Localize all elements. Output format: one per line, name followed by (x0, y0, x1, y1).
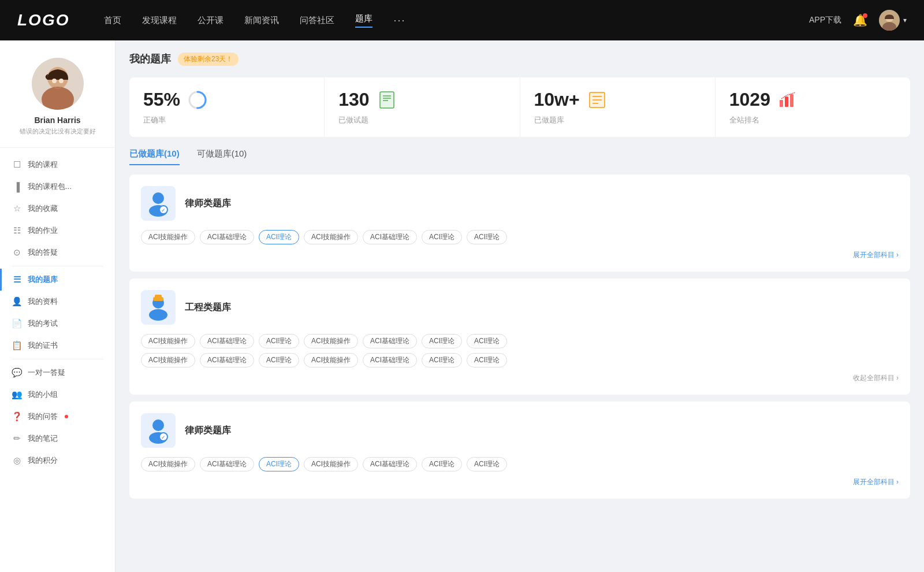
cert-icon: 📋 (12, 340, 22, 351)
tag-2-1[interactable]: ACI基础理论 (200, 457, 254, 471)
tag-1-r2-5[interactable]: ACI理论 (422, 353, 462, 367)
svg-text:✓: ✓ (161, 434, 166, 440)
tag-1-3[interactable]: ACI技能操作 (304, 334, 358, 348)
sidebar-item-notes[interactable]: ✏ 我的笔记 (0, 428, 115, 450)
tag-1-5[interactable]: ACI理论 (422, 334, 462, 348)
qbank-tags-1-row2: ACI技能操作 ACI基础理论 ACI理论 ACI技能操作 ACI基础理论 AC… (141, 353, 899, 367)
main-layout: Brian Harris 错误的决定比没有决定要好 ☐ 我的课程 ▐ 我的课程包… (0, 40, 924, 572)
tag-1-0[interactable]: ACI技能操作 (141, 334, 195, 348)
tag-2-0[interactable]: ACI技能操作 (141, 457, 195, 471)
qbank-card-0: ✓ 律师类题库 ACI技能操作 ACI基础理论 ACI理论 ACI技能操作 AC… (129, 174, 910, 272)
tag-0-5[interactable]: ACI理论 (422, 230, 462, 244)
sidebar-item-course-packages[interactable]: ▐ 我的课程包... (0, 176, 115, 198)
nav-opencourse[interactable]: 公开课 (198, 15, 223, 26)
nav-qa[interactable]: 问答社区 (300, 15, 334, 26)
qbank-header-0: ✓ 律师类题库 (141, 186, 899, 221)
tag-1-1[interactable]: ACI基础理论 (200, 334, 254, 348)
question-icon: ⊙ (12, 247, 22, 258)
nav-bank[interactable]: 题库 (355, 13, 372, 28)
logo[interactable]: LOGO (17, 11, 69, 29)
course-packages-icon: ▐ (12, 182, 22, 192)
tag-0-0[interactable]: ACI技能操作 (141, 230, 195, 244)
svg-rect-20 (790, 94, 793, 107)
stat-top-done-banks: 10w+ (534, 89, 701, 110)
page-title: 我的题库 (129, 52, 171, 66)
tag-1-2[interactable]: ACI理论 (259, 334, 299, 348)
sidebar-item-qbank[interactable]: ☰ 我的题库 (0, 269, 115, 291)
svg-point-27 (149, 309, 167, 321)
main-content: 我的题库 体验剩余23天！ 55% 正确率 (116, 40, 924, 572)
tag-1-6[interactable]: ACI理论 (467, 334, 507, 348)
notification-bell[interactable]: 🔔 (853, 13, 867, 27)
accuracy-value: 55% (143, 89, 180, 110)
tag-2-4[interactable]: ACI基础理论 (363, 457, 417, 471)
nav-home[interactable]: 首页 (104, 15, 121, 26)
stats-row: 55% 正确率 130 (129, 77, 910, 137)
tag-1-r2-0[interactable]: ACI技能操作 (141, 353, 195, 367)
sidebar-item-myqa[interactable]: ❓ 我的问答 (0, 406, 115, 428)
sidebar-item-exam[interactable]: 📄 我的考试 (0, 313, 115, 335)
accuracy-icon (187, 90, 208, 110)
chart-icon (777, 90, 798, 110)
tag-0-6[interactable]: ACI理论 (467, 230, 507, 244)
expand-link-2[interactable]: 展开全部科目 › (853, 477, 899, 487)
nav-discover[interactable]: 发现课程 (142, 15, 177, 26)
collapse-link-1[interactable]: 收起全部科目 › (853, 373, 899, 383)
nav-more[interactable]: ··· (393, 14, 405, 27)
sidebar-item-points[interactable]: ◎ 我的积分 (0, 450, 115, 471)
nav-news[interactable]: 新闻资讯 (244, 15, 279, 26)
tag-2-5[interactable]: ACI理论 (422, 457, 462, 471)
tag-1-4[interactable]: ACI基础理论 (363, 334, 417, 348)
sidebar-divider-1 (12, 266, 103, 266)
done-questions-label: 已做试题 (338, 115, 505, 125)
tab-available-banks[interactable]: 可做题库(10) (197, 148, 247, 165)
sidebar-item-courses[interactable]: ☐ 我的课程 (0, 154, 115, 176)
qbank-header-1: 工程类题库 (141, 290, 899, 325)
tag-1-r2-6[interactable]: ACI理论 (467, 353, 507, 367)
profile-image (32, 58, 84, 110)
tag-2-2[interactable]: ACI理论 (259, 457, 299, 471)
tag-0-4[interactable]: ACI基础理论 (363, 230, 417, 244)
sheet-icon (377, 90, 397, 110)
tag-1-r2-3[interactable]: ACI技能操作 (304, 353, 358, 367)
sidebar-item-group[interactable]: 👥 我的小组 (0, 384, 115, 406)
star-icon: ☆ (12, 203, 22, 214)
sidebar-item-favorites[interactable]: ☆ 我的收藏 (0, 198, 115, 220)
stat-done-banks: 10w+ 已做题库 (520, 77, 716, 137)
tag-1-r2-4[interactable]: ACI基础理论 (363, 353, 417, 367)
expand-link-0[interactable]: 展开全部科目 › (853, 250, 899, 260)
sidebar-item-cert[interactable]: 📋 我的证书 (0, 335, 115, 356)
tag-2-6[interactable]: ACI理论 (467, 457, 507, 471)
stat-accuracy: 55% 正确率 (129, 77, 325, 137)
qbank-title-0: 律师类题库 (185, 198, 231, 210)
avatar-image (879, 10, 900, 31)
done-banks-value: 10w+ (534, 89, 580, 110)
nav-menu: 首页 发现课程 公开课 新闻资讯 问答社区 题库 ··· (104, 13, 809, 28)
stat-ranking: 1029 全站排名 (716, 77, 910, 137)
tag-2-3[interactable]: ACI技能操作 (304, 457, 358, 471)
tag-0-1[interactable]: ACI基础理论 (200, 230, 254, 244)
notes-icon: ✏ (12, 433, 22, 444)
tab-done-banks[interactable]: 已做题库(10) (129, 148, 180, 165)
stat-top-accuracy: 55% (143, 89, 310, 110)
tag-0-2[interactable]: ACI理论 (259, 230, 299, 244)
tag-1-r2-2[interactable]: ACI理论 (259, 353, 299, 367)
tag-1-r2-1[interactable]: ACI基础理论 (200, 353, 254, 367)
user-avatar-menu[interactable]: ▾ (879, 10, 907, 31)
qbank-title-1: 工程类题库 (185, 302, 231, 314)
tab-bar: 已做题库(10) 可做题库(10) (129, 148, 910, 165)
qbank-title-2: 律师类题库 (185, 425, 231, 437)
sidebar-item-profile[interactable]: 👤 我的资料 (0, 291, 115, 313)
myqa-icon: ❓ (12, 411, 22, 422)
sidebar-item-1v1[interactable]: 💬 一对一答疑 (0, 362, 115, 384)
svg-rect-19 (785, 96, 788, 107)
avatar (879, 10, 900, 31)
tag-0-3[interactable]: ACI技能操作 (304, 230, 358, 244)
app-download-button[interactable]: APP下载 (809, 15, 841, 25)
sidebar-item-qa[interactable]: ⊙ 我的答疑 (0, 242, 115, 263)
exam-icon: 📄 (12, 318, 22, 329)
navbar: LOGO 首页 发现课程 公开课 新闻资讯 问答社区 题库 ··· APP下载 … (0, 0, 924, 40)
group-icon: 👥 (12, 389, 22, 400)
qbank-icon: ☰ (12, 274, 22, 285)
sidebar-item-homework[interactable]: ☷ 我的作业 (0, 220, 115, 242)
